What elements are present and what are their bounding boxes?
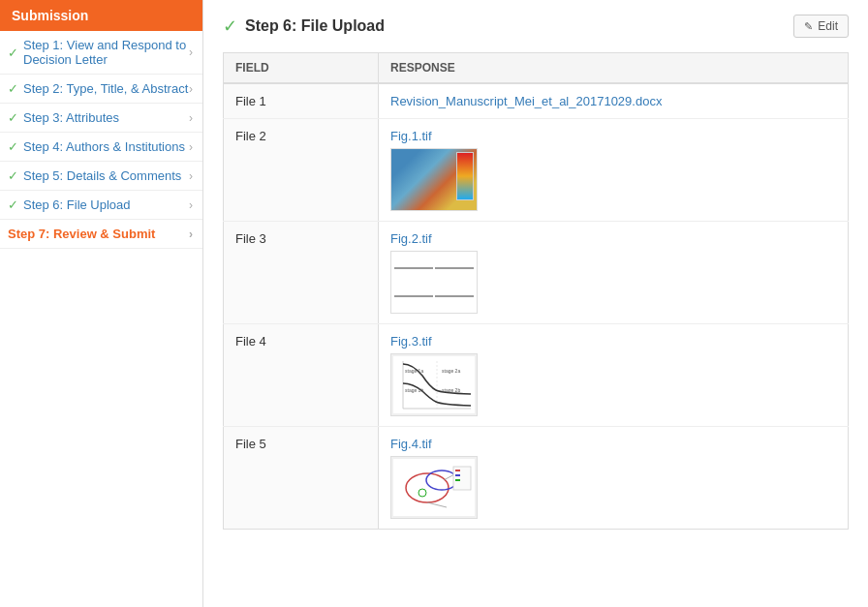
chevron-icon-step7: › — [189, 228, 193, 241]
file-thumbnail-2 — [390, 148, 478, 211]
table-row: File 4Fig.3.tif stage 1a stage 2a stage … — [224, 324, 849, 427]
chevron-icon-step6: › — [189, 198, 193, 212]
sidebar-label-step3: Step 3: Attributes — [23, 110, 189, 125]
file-thumbnail-5 — [390, 456, 478, 519]
file-response-1: Revision_Manuscript_Mei_et_al_20171029.d… — [379, 83, 849, 119]
check-icon-step5: ✓ — [8, 168, 18, 183]
sidebar-item-step6[interactable]: ✓ Step 6: File Upload › — [0, 191, 202, 220]
file-response-2: Fig.1.tif — [379, 119, 849, 222]
sidebar-item-step4[interactable]: ✓ Step 4: Authors & Institutions › — [0, 133, 202, 162]
sidebar-label-step1: Step 1: View and Respond to Decision Let… — [23, 38, 189, 67]
sidebar-header: Submission — [0, 0, 202, 31]
file-thumbnail-3 — [390, 251, 478, 314]
sidebar-label-step4: Step 4: Authors & Institutions — [23, 139, 189, 154]
table-row: File 5Fig.4.tif — [224, 427, 849, 530]
file-link-1[interactable]: Revision_Manuscript_Mei_et_al_20171029.d… — [390, 94, 662, 108]
sidebar-label-step2: Step 2: Type, Title, & Abstract — [23, 81, 189, 96]
svg-rect-16 — [455, 474, 460, 476]
check-icon-step1: ✓ — [8, 46, 18, 60]
svg-text:stage 2b: stage 2b — [442, 387, 460, 393]
sidebar-label-step7: Step 7: Review & Submit — [8, 227, 189, 241]
main-content: ✓ Step 6: File Upload ✎ Edit FIELD RESPO… — [203, 0, 868, 607]
check-icon-step3: ✓ — [8, 110, 18, 125]
files-table: FIELD RESPONSE File 1Revision_Manuscript… — [223, 52, 849, 530]
file-response-5: Fig.4.tif — [379, 427, 849, 530]
step-title: Step 6: File Upload — [245, 17, 793, 35]
sidebar-item-step5[interactable]: ✓ Step 5: Details & Comments › — [0, 162, 202, 191]
step-header: ✓ Step 6: File Upload ✎ Edit — [223, 15, 849, 38]
svg-rect-15 — [455, 470, 460, 471]
chevron-icon-step3: › — [189, 111, 193, 125]
sidebar-item-step7[interactable]: Step 7: Review & Submit › — [0, 220, 202, 249]
edit-label: Edit — [818, 19, 838, 33]
sidebar: Submission ✓ Step 1: View and Respond to… — [0, 0, 203, 607]
sidebar-label-step5: Step 5: Details & Comments — [23, 168, 189, 183]
sidebar-item-step3[interactable]: ✓ Step 3: Attributes › — [0, 104, 202, 133]
file-response-3: Fig.2.tif — [379, 222, 849, 324]
file-link-5[interactable]: Fig.4.tif — [390, 437, 432, 451]
file-link-3[interactable]: Fig.2.tif — [390, 231, 432, 246]
col-header-field: FIELD — [224, 53, 379, 84]
chevron-icon-step1: › — [189, 46, 193, 59]
file-label-3: File 3 — [224, 222, 379, 324]
svg-rect-17 — [455, 479, 460, 481]
file-label-1: File 1 — [224, 83, 379, 119]
file-link-4[interactable]: Fig.3.tif — [390, 334, 432, 349]
chevron-icon-step5: › — [189, 169, 193, 183]
sidebar-item-step1[interactable]: ✓ Step 1: View and Respond to Decision L… — [0, 31, 202, 75]
col-header-response: RESPONSE — [379, 53, 849, 84]
table-row: File 1Revision_Manuscript_Mei_et_al_2017… — [224, 83, 849, 119]
chevron-icon-step4: › — [189, 140, 193, 154]
svg-text:stage 1a: stage 1a — [405, 368, 423, 374]
file-label-2: File 2 — [224, 119, 379, 222]
edit-button[interactable]: ✎ Edit — [793, 15, 849, 38]
table-row: File 3Fig.2.tif — [224, 222, 849, 324]
check-icon-step2: ✓ — [8, 81, 18, 96]
fig4-svg — [393, 459, 475, 516]
file-label-4: File 4 — [224, 324, 379, 427]
check-icon-step4: ✓ — [8, 139, 18, 154]
svg-text:stage 1b: stage 1b — [405, 387, 423, 393]
table-row: File 2Fig.1.tif — [224, 119, 849, 222]
step-check-icon: ✓ — [223, 15, 237, 37]
sidebar-item-step2[interactable]: ✓ Step 2: Type, Title, & Abstract › — [0, 75, 202, 104]
edit-icon: ✎ — [804, 20, 813, 33]
sidebar-label-step6: Step 6: File Upload — [23, 197, 189, 212]
chevron-icon-step2: › — [189, 82, 193, 96]
check-icon-step6: ✓ — [8, 197, 18, 212]
file-link-2[interactable]: Fig.1.tif — [390, 129, 432, 143]
file-thumbnail-4: stage 1a stage 2a stage 1b stage 2b — [390, 353, 478, 416]
file-response-4: Fig.3.tif stage 1a stage 2a stage 1b sta… — [379, 324, 849, 427]
svg-text:stage 2a: stage 2a — [442, 368, 460, 374]
fig3-svg: stage 1a stage 2a stage 1b stage 2b — [393, 356, 475, 413]
file-label-5: File 5 — [224, 427, 379, 530]
